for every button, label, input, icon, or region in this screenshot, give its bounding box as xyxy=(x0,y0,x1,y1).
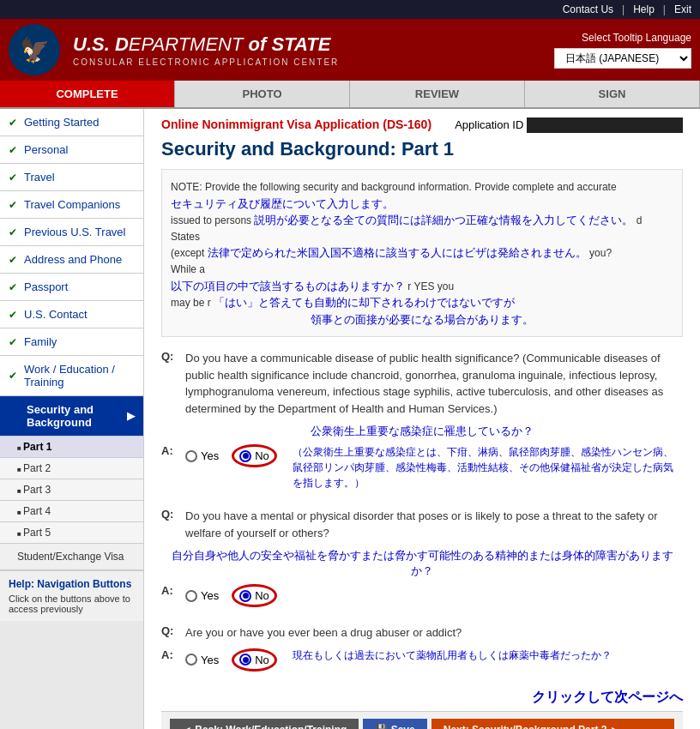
sidebar-subnav-security: Part 1 Part 2 Part 3 Part 4 Part 5 xyxy=(0,437,143,544)
q2-no-option[interactable]: No xyxy=(232,584,277,607)
agency-subtitle: CONSULAR ELECTRONIC APPLICATION CENTER xyxy=(73,57,541,67)
sidebar-item-previous-us-travel[interactable]: ✔ Previous U.S. Travel xyxy=(0,219,143,246)
check-icon: ✔ xyxy=(9,370,17,382)
a2-label: A: xyxy=(161,584,178,597)
sidebar-item-address-phone[interactable]: ✔ Address and Phone xyxy=(0,246,143,274)
sidebar-item-security-background[interactable]: Security and Background ▶ xyxy=(0,396,143,437)
save-button[interactable]: 💾 Save xyxy=(363,719,426,730)
check-icon: ✔ xyxy=(9,336,17,348)
a1-label: A: xyxy=(161,444,178,457)
bottom-nav: ◄ Back: Work/Education/Training 💾 Save N… xyxy=(161,711,683,730)
language-selector-area: Select Tooltip Language 日本語 (JAPANESE) E… xyxy=(554,32,691,69)
agency-title: U.S. DEPARTMENT of STATE CONSULAR ELECTR… xyxy=(73,33,541,67)
check-icon: ✔ xyxy=(9,117,17,129)
q2-radio-group[interactable]: Yes No xyxy=(185,584,277,607)
q1-text: Do you have a communicable disease of pu… xyxy=(185,350,683,417)
q1-jp-detail: （公衆衛生上重要な感染症とは、下疳、淋病、鼠径部肉芽腫、感染性ハンセン病、鼠径部… xyxy=(293,444,683,491)
tooltip-language-label: Select Tooltip Language xyxy=(582,32,691,44)
sidebar-item-travel-companions[interactable]: ✔ Travel Companions xyxy=(0,191,143,219)
q1-jp-question: 公衆衛生上重要な感染症に罹患しているか？ xyxy=(161,424,683,439)
click-next-text: クリックして次ページへ xyxy=(161,689,683,707)
q1-no-radio[interactable] xyxy=(239,450,251,462)
subnav-part5[interactable]: Part 5 xyxy=(0,522,143,544)
sidebar: ✔ Getting Started ✔ Personal ✔ Travel ✔ … xyxy=(0,109,144,729)
question-block-2: Q: Do you have a mental or physical diso… xyxy=(161,508,683,607)
q3-no-option[interactable]: No xyxy=(232,648,277,672)
q3-radio-group[interactable]: Yes No xyxy=(185,648,277,672)
check-icon: ✔ xyxy=(9,172,17,184)
question-block-3: Q: Are you or have you ever been a drug … xyxy=(161,624,683,672)
exit-link[interactable]: Exit xyxy=(674,3,691,15)
check-icon: ✔ xyxy=(9,254,17,266)
sidebar-item-passport[interactable]: ✔ Passport xyxy=(0,274,143,301)
main-layout: ✔ Getting Started ✔ Personal ✔ Travel ✔ … xyxy=(0,109,700,729)
sidebar-item-family[interactable]: ✔ Family xyxy=(0,328,143,356)
top-bar: Contact Us | Help | Exit xyxy=(0,0,700,19)
help-link[interactable]: Help xyxy=(633,3,655,15)
q1-yes-radio[interactable] xyxy=(185,450,197,462)
q1-no-option[interactable]: No xyxy=(232,444,277,467)
q3-yes-option[interactable]: Yes xyxy=(185,654,219,666)
tab-photo[interactable]: PHOTO xyxy=(175,81,350,107)
q2-jp-question: 自分自身や他人の安全や福祉を脅かすまたは脅かす可能性のある精神的または身体的障害… xyxy=(161,548,683,579)
app-id-bar: Online Nonimmigrant Visa Application (DS… xyxy=(161,117,683,131)
q3-yes-radio[interactable] xyxy=(185,654,197,666)
q3-no-radio[interactable] xyxy=(239,654,251,666)
back-button[interactable]: ◄ Back: Work/Education/Training xyxy=(170,719,359,730)
q2-yes-radio[interactable] xyxy=(185,590,197,602)
q1-radio-group[interactable]: Yes No xyxy=(185,444,277,467)
q3-jp-question: 現在もしくは過去において薬物乱用者もしくは麻薬中毒者だったか？ xyxy=(293,648,612,663)
q2-no-radio[interactable] xyxy=(239,590,251,602)
help-title: Help: Navigation Buttons xyxy=(9,578,135,590)
check-icon: ✔ xyxy=(9,144,17,156)
tab-review[interactable]: REVIEW xyxy=(350,81,525,107)
a3-label: A: xyxy=(161,648,178,661)
form-title: Online Nonimmigrant Visa Application (DS… xyxy=(161,117,431,131)
language-select[interactable]: 日本語 (JAPANESE) English 中文 (Chinese) Espa… xyxy=(554,48,691,69)
agency-logo: 🦅 xyxy=(9,24,60,75)
q2-label: Q: xyxy=(161,508,178,541)
q1-label: Q: xyxy=(161,350,178,417)
q2-yes-option[interactable]: Yes xyxy=(185,589,219,602)
sidebar-item-student-exchange[interactable]: Student/Exchange Visa xyxy=(0,544,143,570)
subnav-part3[interactable]: Part 3 xyxy=(0,479,143,501)
sidebar-item-getting-started[interactable]: ✔ Getting Started xyxy=(0,109,143,136)
nav-tabs: COMPLETE PHOTO REVIEW SIGN xyxy=(0,81,700,109)
q3-text: Are you or have you ever been a drug abu… xyxy=(185,624,462,642)
app-id-value: ████████████ xyxy=(527,117,683,133)
check-icon: ✔ xyxy=(9,309,17,321)
check-icon: ✔ xyxy=(9,199,17,211)
site-header: 🦅 U.S. DEPARTMENT of STATE CONSULAR ELEC… xyxy=(0,19,700,81)
subnav-part1[interactable]: Part 1 xyxy=(0,437,143,458)
sidebar-item-us-contact[interactable]: ✔ U.S. Contact xyxy=(0,301,143,328)
tab-sign[interactable]: SIGN xyxy=(525,81,700,107)
check-icon: ✔ xyxy=(9,226,17,238)
subnav-part4[interactable]: Part 4 xyxy=(0,501,143,522)
help-text: Click on the buttons above to access pre… xyxy=(9,593,135,614)
sidebar-item-work-education[interactable]: ✔ Work / Education / Training xyxy=(0,356,143,396)
next-button[interactable]: Next: Security/Background Part 2 ► xyxy=(431,719,674,730)
check-icon: ✔ xyxy=(9,281,17,293)
tab-complete[interactable]: COMPLETE xyxy=(0,81,175,107)
help-section: Help: Navigation Buttons Click on the bu… xyxy=(0,570,143,621)
page-heading: Security and Background: Part 1 xyxy=(161,138,683,160)
sidebar-item-travel[interactable]: ✔ Travel xyxy=(0,164,143,191)
subnav-part2[interactable]: Part 2 xyxy=(0,458,143,479)
q2-text: Do you have a mental or physical disorde… xyxy=(185,508,683,541)
contact-link[interactable]: Contact Us xyxy=(563,3,613,15)
note-box: NOTE: Provide the following security and… xyxy=(161,169,683,337)
q1-yes-option[interactable]: Yes xyxy=(185,449,219,462)
sidebar-item-personal[interactable]: ✔ Personal xyxy=(0,136,143,164)
q3-label: Q: xyxy=(161,624,178,642)
app-id-label: Application ID xyxy=(455,118,523,131)
main-content: Online Nonimmigrant Visa Application (DS… xyxy=(144,109,700,729)
question-block-1: Q: Do you have a communicable disease of… xyxy=(161,350,683,491)
